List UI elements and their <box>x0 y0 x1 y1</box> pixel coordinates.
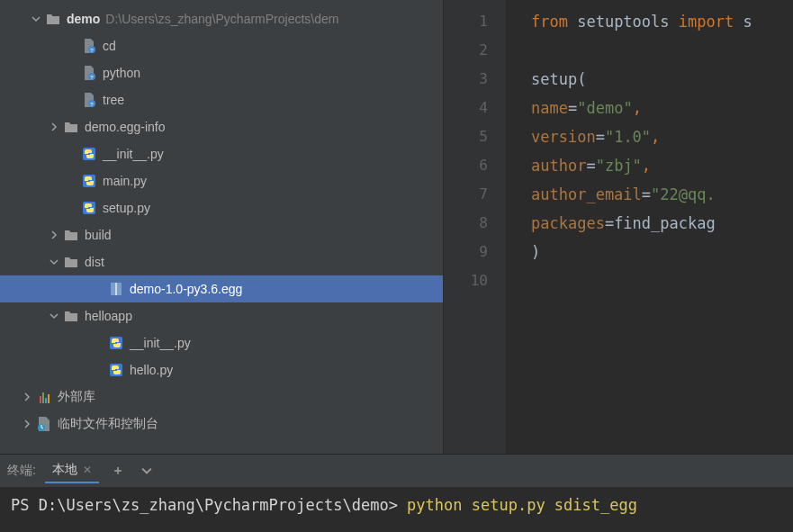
tree-item-label: __init__.py <box>103 147 164 161</box>
file-q-icon: ? <box>81 65 97 81</box>
py-icon <box>108 335 124 351</box>
file-q-icon: ? <box>81 92 97 108</box>
code-line: author="zbj", <box>531 151 793 180</box>
line-number: 6 <box>444 151 488 180</box>
tree-item-label: demo.egg-info <box>85 120 166 134</box>
tree-item-python[interactable]: ?python <box>0 59 443 86</box>
chevron-spacer <box>63 91 81 109</box>
folder-icon <box>63 254 79 270</box>
terminal-tab-label: 本地 <box>52 462 77 478</box>
terminal-dropdown-button[interactable] <box>137 461 157 481</box>
chevron-right-icon[interactable] <box>45 226 63 244</box>
tree-item-demo[interactable]: demoD:\Users\zs_zhang\PycharmProjects\de… <box>0 5 443 32</box>
code-line: version="1.0", <box>531 122 793 151</box>
chevron-spacer <box>63 64 81 82</box>
tree-item-main-py[interactable]: main.py <box>0 167 443 194</box>
line-number: 2 <box>444 36 488 65</box>
code-line: ) <box>531 238 793 266</box>
tree-item--[interactable]: 临时文件和控制台 <box>0 410 443 437</box>
chevron-down-icon[interactable] <box>45 253 63 271</box>
chevron-spacer <box>90 334 108 352</box>
tree-item-tree[interactable]: ?tree <box>0 86 443 113</box>
tree-item-label: python <box>103 66 140 80</box>
line-number: 9 <box>444 238 488 266</box>
tree-item-label: dist <box>85 255 104 269</box>
archive-icon <box>108 281 124 297</box>
terminal-title: 终端: <box>7 463 36 479</box>
tree-item--init-py[interactable]: __init__.py <box>0 329 443 356</box>
chevron-spacer <box>63 145 81 163</box>
py-icon <box>81 146 97 162</box>
new-terminal-button[interactable]: ＋ <box>108 461 128 481</box>
chevron-spacer <box>90 280 108 298</box>
tree-item-demo-egg-info[interactable]: demo.egg-info <box>0 113 443 140</box>
code-line: setup( <box>531 65 793 94</box>
chevron-spacer <box>63 199 81 217</box>
tree-item-path: D:\Users\zs_zhang\PycharmProjects\dem <box>105 12 338 26</box>
tree-item-build[interactable]: build <box>0 221 443 248</box>
code-line: from setuptools import s <box>531 7 793 36</box>
tree-item-label: tree <box>103 93 124 107</box>
line-number: 8 <box>444 209 488 238</box>
tree-item-setup-py[interactable]: setup.py <box>0 194 443 221</box>
close-icon[interactable]: ✕ <box>83 464 92 476</box>
code-line: packages=find_packag <box>531 209 793 238</box>
chevron-right-icon[interactable] <box>45 118 63 136</box>
tree-item-demo-1-0-py3-6-egg[interactable]: demo-1.0-py3.6.egg <box>0 275 443 302</box>
line-number: 10 <box>444 266 488 295</box>
chevron-down-icon[interactable] <box>27 10 45 28</box>
code-editor[interactable]: from setuptools import s setup( name="de… <box>506 0 793 454</box>
tree-item-label: build <box>85 228 112 242</box>
tree-item-label: demo-1.0-py3.6.egg <box>130 282 242 296</box>
line-number: 4 <box>444 94 488 122</box>
tree-item--[interactable]: 外部库 <box>0 383 443 410</box>
code-line: name="demo", <box>531 94 793 122</box>
line-number: 1 <box>444 7 488 36</box>
editor-gutter: 12345678910 <box>443 0 506 454</box>
py-icon <box>108 362 124 378</box>
terminal-tabbar: 终端: 本地 ✕ ＋ <box>0 455 793 487</box>
tree-item-label: __init__.py <box>130 336 191 350</box>
folder-icon <box>63 227 79 243</box>
terminal-output[interactable]: PS D:\Users\zs_zhang\PycharmProjects\dem… <box>0 487 793 532</box>
tree-item-label: helloapp <box>85 309 132 323</box>
tree-item-label: 临时文件和控制台 <box>58 416 158 432</box>
chevron-down-icon[interactable] <box>45 307 63 325</box>
bottom-panel: 终端: 本地 ✕ ＋ PS D:\Users\zs_zhang\PycharmP… <box>0 454 793 532</box>
chevron-spacer <box>63 37 81 55</box>
line-number: 7 <box>444 180 488 209</box>
tree-item-dist[interactable]: dist <box>0 248 443 275</box>
lib-icon <box>36 389 52 405</box>
tree-item-label: 外部库 <box>58 389 95 405</box>
line-number: 5 <box>444 122 488 151</box>
folder-icon <box>63 119 79 135</box>
chevron-right-icon[interactable] <box>18 388 36 406</box>
tree-item-label: main.py <box>103 174 147 188</box>
tree-item-label: hello.py <box>130 363 173 377</box>
folder-icon <box>63 308 79 324</box>
project-tree-panel: demoD:\Users\zs_zhang\PycharmProjects\de… <box>0 0 443 454</box>
terminal-command: python setup.py sdist_egg <box>407 496 637 514</box>
svg-rect-10 <box>115 283 117 295</box>
chevron-spacer <box>63 172 81 190</box>
tree-item-label: demo <box>67 12 100 26</box>
tree-item-hello-py[interactable]: hello.py <box>0 356 443 383</box>
line-number: 3 <box>444 65 488 94</box>
tree-item-cd[interactable]: ?cd <box>0 32 443 59</box>
code-line <box>531 36 793 65</box>
py-icon <box>81 200 97 216</box>
tree-item-label: setup.py <box>103 201 150 215</box>
chevron-right-icon[interactable] <box>18 415 36 433</box>
chevron-spacer <box>90 361 108 379</box>
scratch-icon <box>36 416 52 432</box>
terminal-prompt: PS D:\Users\zs_zhang\PycharmProjects\dem… <box>11 496 407 514</box>
code-line <box>531 266 793 295</box>
tree-item-label: cd <box>103 39 116 53</box>
tree-item-helloapp[interactable]: helloapp <box>0 302 443 329</box>
py-icon <box>81 173 97 189</box>
file-q-icon: ? <box>81 38 97 54</box>
folder-icon <box>45 11 61 27</box>
code-line: author_email="22@qq. <box>531 180 793 209</box>
terminal-tab-local[interactable]: 本地 ✕ <box>45 458 99 483</box>
tree-item--init-py[interactable]: __init__.py <box>0 140 443 167</box>
